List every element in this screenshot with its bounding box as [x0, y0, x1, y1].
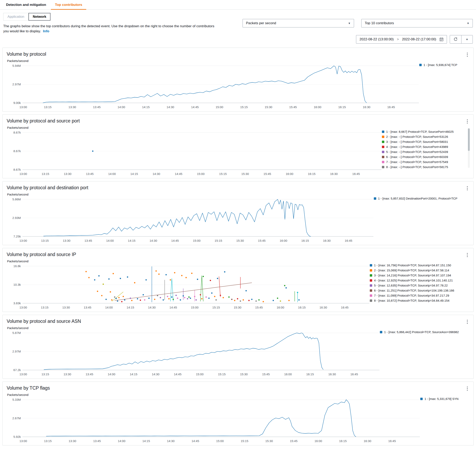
- legend-item[interactable]: 7 - [max: --] Protocol=TCP, SourcePort=5…: [382, 159, 470, 165]
- svg-text:14:15: 14:15: [142, 439, 150, 443]
- kebab-menu-icon[interactable]: [465, 185, 470, 192]
- svg-text:15:45: 15:45: [290, 439, 298, 443]
- chart-canvas[interactable]: 16.8k10.3k3.83k13:0013:1513:3013:4514:00…: [6, 263, 370, 310]
- svg-text:14:15: 14:15: [130, 373, 137, 376]
- legend-scrollbar[interactable]: [468, 128, 470, 168]
- svg-text:16:00: 16:00: [277, 306, 284, 309]
- contributor-count-dropdown[interactable]: Top 10 contributors ▼: [361, 19, 473, 27]
- svg-text:13:30: 13:30: [64, 373, 71, 376]
- metric-dropdown[interactable]: Packets per second ▼: [243, 19, 354, 27]
- kebab-menu-icon[interactable]: [465, 251, 470, 259]
- legend-item[interactable]: 8 - [max: --] Protocol=TCP, SourcePort=5…: [382, 165, 470, 169]
- network-toggle-button[interactable]: Network: [28, 13, 51, 21]
- svg-text:15:30: 15:30: [265, 439, 273, 443]
- svg-text:16:00: 16:00: [284, 373, 292, 376]
- legend-item[interactable]: 8 - [max: 10,872] Protocol=TCP, SourceIp…: [370, 298, 470, 303]
- svg-text:13:00: 13:00: [19, 439, 27, 443]
- svg-text:16:15: 16:15: [298, 306, 306, 309]
- legend-item[interactable]: 1 - [max: 5,866,442] Protocol=TCP, Sourc…: [380, 330, 470, 334]
- legend-item[interactable]: 1 - [max: 8,667] Protocol=TCP, SourcePor…: [382, 129, 470, 134]
- legend-label: 8 - [max: --] Protocol=TCP, SourcePort=5…: [386, 165, 448, 169]
- svg-text:5.87M: 5.87M: [12, 331, 21, 334]
- svg-text:16:15: 16:15: [338, 105, 346, 109]
- panel-title: Volume by protocol: [7, 51, 46, 57]
- panel-volume-by-tcp-flags: Volume by TCP flags Packets/second 5.33M…: [2, 382, 474, 446]
- tab-detection-and-mitigation[interactable]: Detection and mitigation: [2, 0, 51, 9]
- legend-item[interactable]: 5 - [max: --] Protocol=TCP, SourcePort=5…: [382, 149, 470, 154]
- chart-canvas[interactable]: 5.94M2.97M9.00k13:0013:1513:3013:4514:00…: [6, 63, 419, 110]
- svg-text:13:15: 13:15: [41, 239, 49, 242]
- svg-text:14:30: 14:30: [149, 239, 157, 242]
- svg-text:16:00: 16:00: [286, 172, 293, 175]
- legend-item[interactable]: 7 - [max: 11,099] Protocol=TCP, SourceIp…: [370, 293, 470, 298]
- legend-label: 5 - [max: --] Protocol=TCP, SourcePort=5…: [386, 150, 448, 154]
- svg-text:3.83k: 3.83k: [13, 301, 21, 305]
- svg-text:14:45: 14:45: [191, 105, 199, 109]
- legend-item[interactable]: 2 - [max: --] Protocol=TCP, SourcePort=5…: [382, 134, 470, 139]
- legend-label: 7 - [max: --] Protocol=TCP, SourcePort=5…: [386, 160, 448, 164]
- svg-text:14:30: 14:30: [152, 373, 160, 376]
- chart-legend: 1 - [max: 5,936,674] TCP: [419, 59, 470, 110]
- legend-item[interactable]: 6 - [max: 11,251] Protocol=TCP, SourceIp…: [370, 288, 470, 293]
- svg-text:15:15: 15:15: [218, 373, 226, 376]
- legend-color-swatch: [382, 141, 384, 143]
- legend-color-swatch: [370, 289, 372, 292]
- legend-item[interactable]: 5 - [max: 12,635] Protocol=TCP, SourceIp…: [370, 283, 470, 288]
- metric-dropdown-value: Packets per second: [246, 21, 276, 25]
- legend-item[interactable]: 4 - [max: 12,925] Protocol=TCP, SourceIp…: [370, 278, 470, 283]
- svg-text:14:00: 14:00: [106, 239, 114, 242]
- y-axis-title: Packets/second: [7, 259, 370, 263]
- application-toggle-button[interactable]: Application: [3, 13, 28, 21]
- chart-canvas[interactable]: 5.33M2.67M5.92k13:0013:1513:3013:4514:00…: [6, 397, 420, 444]
- info-link[interactable]: Info: [43, 29, 49, 33]
- svg-text:14:45: 14:45: [191, 439, 199, 443]
- legend-label: 5 - [max: 12,635] Protocol=TCP, SourceIp…: [374, 284, 448, 287]
- kebab-menu-icon[interactable]: [465, 318, 470, 325]
- legend-item[interactable]: 1 - [max: 16,756] Protocol=TCP, SourceIp…: [370, 263, 470, 268]
- svg-text:2.67M: 2.67M: [12, 416, 21, 420]
- kebab-menu-icon[interactable]: [465, 118, 470, 125]
- svg-text:15:45: 15:45: [262, 373, 270, 376]
- legend-color-swatch: [420, 398, 423, 400]
- svg-text:13:15: 13:15: [44, 105, 52, 109]
- kebab-menu-icon[interactable]: [465, 385, 470, 392]
- svg-text:13:30: 13:30: [63, 239, 70, 242]
- chevron-down-icon: ▼: [466, 38, 468, 41]
- svg-text:14:45: 14:45: [170, 306, 177, 309]
- legend-color-swatch: [382, 136, 384, 138]
- legend-item[interactable]: 4 - [max: --] Protocol=TCP, SourcePort=4…: [382, 144, 470, 149]
- svg-text:13:30: 13:30: [64, 172, 71, 175]
- svg-text:16:00: 16:00: [314, 439, 322, 443]
- legend-item[interactable]: 1 - [max: 5,936,674] TCP: [419, 62, 470, 67]
- legend-item[interactable]: 1 - [max: 5,331,679] SYN: [420, 396, 470, 401]
- chart-canvas[interactable]: 5.86M2.93M7.25k13:0013:1513:3013:4514:00…: [6, 197, 374, 243]
- legend-item[interactable]: 1 - [max: 5,857,832] DestinationPort=200…: [374, 196, 470, 201]
- tab-top-contributors[interactable]: Top contributors: [51, 0, 87, 9]
- legend-item[interactable]: 2 - [max: 15,069] Protocol=TCP, SourceIp…: [370, 268, 470, 273]
- legend-item[interactable]: 3 - [max: --] Protocol=TCP, SourcePort=5…: [382, 139, 470, 144]
- svg-text:15:15: 15:15: [240, 105, 248, 109]
- refresh-button[interactable]: [450, 35, 461, 43]
- chevron-down-icon: ▼: [348, 22, 351, 25]
- svg-text:10.3k: 10.3k: [13, 283, 21, 286]
- legend-item[interactable]: 6 - [max: --] Protocol=TCP, SourcePort=6…: [382, 154, 470, 159]
- svg-text:13:00: 13:00: [19, 239, 27, 242]
- svg-text:16:45: 16:45: [352, 172, 360, 175]
- refresh-options-button[interactable]: ▼: [461, 35, 473, 43]
- svg-text:16:30: 16:30: [330, 172, 338, 175]
- svg-text:15:15: 15:15: [241, 439, 248, 443]
- chart-canvas[interactable]: 5.87M2.97M67.2k13:0013:1513:3013:4514:00…: [6, 330, 380, 377]
- chart-canvas[interactable]: 8.67k8.67k8.67k13:0013:1513:3013:4514:00…: [6, 130, 382, 176]
- legend-item[interactable]: 3 - [max: 14,216] Protocol=TCP, SourceIp…: [370, 273, 470, 278]
- date-range-picker[interactable]: 2022-08-22 (13:00:00) > 2022-08-22 (17:0…: [356, 35, 447, 44]
- svg-text:14:30: 14:30: [153, 172, 160, 175]
- svg-text:5.86M: 5.86M: [12, 198, 21, 201]
- svg-text:14:45: 14:45: [174, 373, 182, 376]
- chart-legend: 1 - [max: 5,857,832] DestinationPort=200…: [374, 193, 470, 243]
- contributor-count-value: Top 10 contributors: [365, 21, 394, 25]
- legend-color-swatch: [419, 64, 422, 66]
- legend-color-swatch: [370, 284, 372, 287]
- panel-volume-by-protocol-and-source-port: Volume by protocol and source port Packe…: [2, 114, 474, 178]
- kebab-menu-icon[interactable]: [465, 51, 470, 58]
- svg-text:15:30: 15:30: [234, 306, 241, 309]
